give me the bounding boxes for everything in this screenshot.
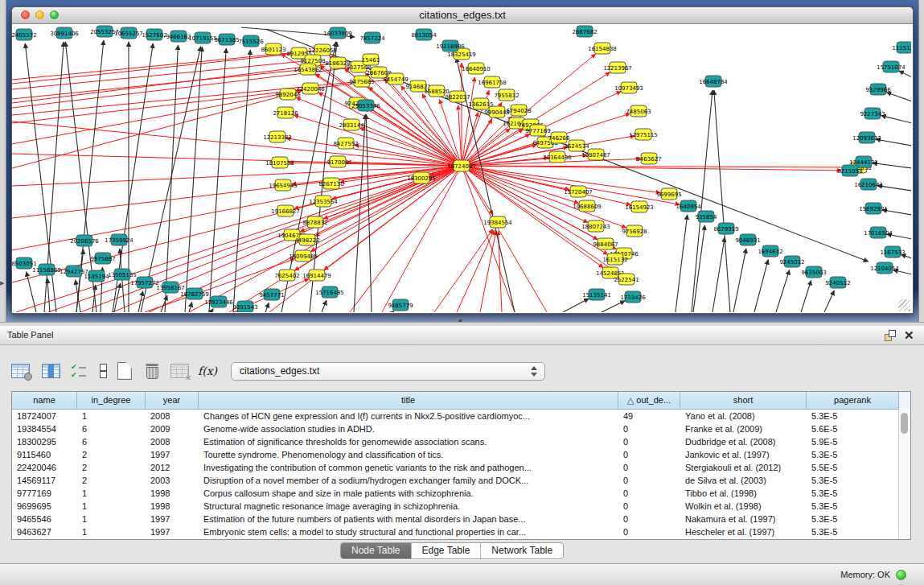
- network-node[interactable]: 9227343: [860, 108, 885, 119]
- network-node[interactable]: 19654945: [269, 179, 298, 191]
- panel-collapse-arrow-icon[interactable]: ▶: [0, 280, 4, 286]
- network-node[interactable]: 15461: [362, 54, 380, 65]
- network-node[interactable]: 16154838: [588, 43, 617, 54]
- network-node[interactable]: 2405572: [12, 29, 37, 40]
- network-node[interactable]: 13505135: [108, 269, 137, 280]
- network-node[interactable]: 10973493: [614, 82, 643, 93]
- table-row[interactable]: 969969511998Structural magnetic resonanc…: [12, 500, 910, 513]
- network-node[interactable]: 10688609: [573, 200, 602, 212]
- network-node[interactable]: 917008: [327, 156, 349, 167]
- network-node[interactable]: 20364436: [543, 151, 572, 163]
- network-node[interactable]: 10719155: [188, 32, 217, 43]
- tab-network-table[interactable]: Network Table: [481, 543, 563, 558]
- function-builder-button[interactable]: f(x): [196, 360, 220, 383]
- network-node[interactable]: 8813054: [411, 29, 437, 40]
- network-node[interactable]: 1640954: [676, 200, 701, 212]
- network-node[interactable]: 7485063: [626, 105, 651, 117]
- network-node[interactable]: 9466162: [166, 31, 191, 42]
- column-header[interactable]: title: [199, 392, 618, 409]
- network-node[interactable]: 22420046: [296, 83, 325, 94]
- network-node[interactable]: 9671385: [214, 34, 239, 45]
- delete-column-button[interactable]: [142, 360, 166, 383]
- vertical-scrollbar[interactable]: [898, 409, 910, 539]
- network-node[interactable]: 7955812: [494, 89, 519, 101]
- network-node[interactable]: 12093832: [852, 132, 881, 143]
- network-node[interactable]: 9240512: [825, 277, 850, 288]
- show-columns-button[interactable]: [40, 360, 64, 383]
- tab-edge-table[interactable]: Edge Table: [412, 543, 482, 558]
- window-titlebar[interactable]: citations_edges.txt: [12, 7, 913, 24]
- network-node[interactable]: 9463627: [636, 153, 661, 164]
- table-selector-dropdown[interactable]: citations_edges.txt: [231, 362, 545, 381]
- network-node[interactable]: 15135141: [582, 289, 611, 300]
- network-view-window[interactable]: citations_edges.txt 18724007860112389129…: [11, 6, 914, 314]
- network-node[interactable]: 746266: [548, 132, 570, 143]
- network-node[interactable]: 19166827: [271, 205, 300, 216]
- float-panel-button[interactable]: [885, 330, 896, 341]
- network-node[interactable]: 7625402: [274, 270, 299, 281]
- network-node[interactable]: 1167533: [880, 246, 905, 257]
- network-node[interactable]: 12213967: [603, 62, 632, 73]
- network-node[interactable]: 16914479: [302, 270, 331, 281]
- network-node[interactable]: 9329966: [865, 84, 891, 95]
- column-header[interactable]: name: [12, 392, 77, 409]
- network-node[interactable]: 20206576: [70, 235, 99, 246]
- table-row[interactable]: 1872400712008Changes of HCN gene express…: [12, 410, 910, 422]
- network-node[interactable]: 17957272: [130, 277, 159, 288]
- memory-status[interactable]: Memory: OK: [840, 564, 906, 585]
- column-header[interactable]: short: [680, 392, 807, 409]
- network-node[interactable]: 9485779: [388, 299, 413, 311]
- network-node[interactable]: 1115124: [892, 42, 911, 53]
- network-node[interactable]: 7857224: [359, 32, 385, 43]
- table-row[interactable]: 977716911998Corpus callosum shape and si…: [12, 487, 910, 500]
- network-node[interactable]: 15751074: [877, 61, 906, 72]
- network-node[interactable]: 9756928: [622, 225, 647, 237]
- column-header[interactable]: year: [146, 392, 199, 409]
- network-node[interactable]: 2887682: [572, 26, 597, 37]
- column-header[interactable]: △out_de...: [618, 392, 680, 409]
- zoom-window-button[interactable]: [50, 10, 59, 19]
- network-node[interactable]: 6794028: [506, 105, 531, 116]
- close-window-button[interactable]: [21, 10, 30, 19]
- network-node[interactable]: 8601123: [261, 43, 285, 55]
- network-node[interactable]: 9245012: [779, 256, 804, 267]
- network-node[interactable]: 16210643: [854, 179, 883, 190]
- scrollbar-thumb[interactable]: [901, 413, 908, 434]
- window-resize-grip[interactable]: [898, 299, 910, 311]
- network-canvas[interactable]: 1872400786011238912955122260589127508165…: [12, 24, 911, 312]
- network-node[interactable]: 8679919: [713, 223, 738, 234]
- network-node[interactable]: 2803144: [339, 119, 364, 130]
- network-node[interactable]: 17359924: [105, 234, 133, 245]
- table-row[interactable]: 911546021997Tourette syndrome. Phenomeno…: [12, 448, 910, 461]
- network-node[interactable]: 18107553: [265, 157, 294, 168]
- network-node[interactable]: 8427552: [333, 138, 358, 149]
- citation-network-graph[interactable]: 1872400786011238912955122260589127508165…: [12, 24, 911, 312]
- table-row[interactable]: 946362711997Embryonic stem cells: a mode…: [12, 525, 910, 538]
- network-node[interactable]: 30891406: [50, 27, 79, 39]
- network-node[interactable]: 16640910: [462, 63, 491, 74]
- create-new-column-button[interactable]: [114, 360, 138, 383]
- table-row[interactable]: 1456911722003Disruption of a novel membe…: [12, 474, 910, 487]
- network-node[interactable]: 12104054: [870, 262, 899, 274]
- network-node[interactable]: 17016504: [864, 227, 893, 238]
- network-node[interactable]: 9475685: [349, 76, 374, 87]
- network-node[interactable]: 12923446: [204, 296, 233, 307]
- network-node[interactable]: 9046931: [735, 234, 760, 245]
- network-node[interactable]: 9975887: [90, 253, 115, 264]
- network-node[interactable]: 12975115: [629, 129, 658, 140]
- network-node[interactable]: 16154923: [625, 201, 654, 212]
- network-node[interactable]: 16961758: [478, 76, 507, 88]
- network-node[interactable]: 935854: [696, 211, 717, 222]
- network-node[interactable]: 7515526: [238, 35, 264, 47]
- network-node[interactable]: 2718126: [273, 107, 298, 118]
- table-row[interactable]: 2242004622012Investigating the contribut…: [12, 461, 910, 474]
- network-node[interactable]: 12226058: [308, 44, 337, 56]
- network-node[interactable]: 15692931: [859, 203, 888, 214]
- network-node[interactable]: 8878832: [302, 216, 327, 228]
- network-node[interactable]: 10807487: [581, 149, 610, 160]
- network-node[interactable]: 1527602: [142, 29, 166, 40]
- network-node[interactable]: 16033809: [323, 27, 352, 39]
- select-all-columns-button[interactable]: ✔✔: [71, 360, 95, 383]
- network-node[interactable]: 15716485: [315, 286, 344, 298]
- column-header[interactable]: in_degree: [77, 392, 146, 409]
